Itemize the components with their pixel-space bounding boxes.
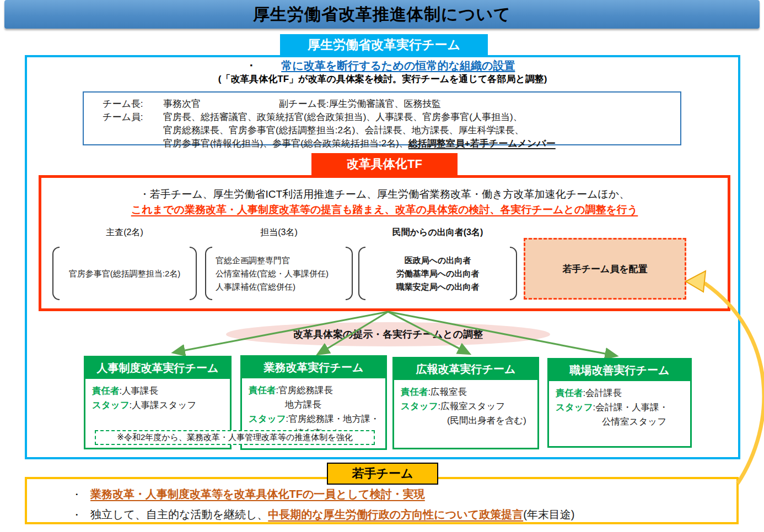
team-row: スタッフ:広報室スタッフ — [401, 399, 532, 413]
team-row: 責任者:官房総務課長 — [249, 383, 380, 397]
subheadline-text: (「改革具体化TF」が改革の具体案を検討。実行チームを通じて各部局と調整) — [25, 73, 740, 85]
group-title-chief: 主査(2名) — [52, 227, 197, 238]
group-staff-content: 官総企画調整専門官 公情室補佐(官総・人事課併任) 人事課補佐(官総併任) — [212, 254, 346, 294]
left-bracket-icon — [205, 247, 212, 300]
point2-post: (年末目途) — [523, 508, 574, 520]
team-row: 責任者:会計課長 — [556, 386, 685, 400]
group-staff-line: 官総企画調整専門官 — [216, 256, 290, 265]
point2-emphasis: 中長期的な厚生労働行政の方向性について政策提言 — [268, 508, 523, 520]
left-bracket-icon — [358, 247, 365, 300]
group-chief-line: 官房参事官(総括調整担当:2名) — [69, 269, 181, 278]
role-label: 責任者 — [249, 385, 276, 395]
headline-text: 常に改革を断行するための恒常的な組織の設置 — [281, 59, 515, 72]
role-value: :広報室長 — [428, 387, 467, 397]
tf-description-line2: これまでの業務改革・人事制度改革等の提言も踏まえ、改革の具体策の検討、各実行チー… — [39, 203, 730, 217]
right-bracket-icon — [346, 247, 353, 300]
team-members-label: チーム員: — [103, 111, 163, 150]
role-value: :広報室スタッフ — [438, 401, 505, 411]
group-private-line: 職業安定局への出向者 — [396, 282, 480, 291]
role-label: スタッフ — [249, 414, 286, 424]
team-members-row: チーム員: 官房長、総括審議官、政策統括官(総合政策担当)、人事課長、官房参事官… — [103, 111, 680, 150]
group-private-line: 医政局への出向者 — [405, 256, 471, 265]
group-chief-content: 官房参事官(総括調整担当:2名) — [60, 267, 190, 280]
page-title: 厚生労働省改革推進体制について — [253, 3, 511, 26]
group-staff-line: 公情室補佐(官総・人事課併任) — [216, 269, 329, 278]
young-member-placement-box: 若手チーム員を配置 — [524, 238, 686, 300]
team-body: 責任者:会計課長 スタッフ:会計課・人事課・ 公情室スタッフ — [549, 381, 690, 428]
team-box-pr: 広報改革実行チーム 責任者:広報室長 スタッフ:広報室スタッフ (民間出身者を含… — [392, 357, 539, 449]
young-team-label: 若手チーム — [327, 463, 438, 485]
team-box-workplace: 職場改善実行チーム 責任者:会計課長 スタッフ:会計課・人事課・ 公情室スタッフ — [547, 358, 692, 448]
point1-text: 業務改革・人事制度改革等を改革具体化TFの一員として検討・実現 — [90, 488, 425, 500]
team-header: 広報改革実行チーム — [394, 358, 538, 380]
role-value: :会計課・人事課・ — [593, 402, 669, 412]
deputy-leader-text: 副チーム長:厚生労働審議官、医務技監 — [279, 97, 442, 111]
right-bracket-icon — [510, 247, 517, 300]
members-line-3-emphasis: 総括調整室員+若手チームメンバー — [408, 138, 556, 149]
team-members-box: チーム長:事務次官副チーム長:厚生労働審議官、医務技監 チーム員: 官房長、総括… — [83, 91, 681, 145]
title-banner: 厚生労働省改革推進体制について — [4, 0, 760, 29]
group-title-staff: 担当(3名) — [205, 227, 353, 238]
team-row: 責任者:人事課長 — [92, 383, 224, 398]
right-bracket-icon — [190, 247, 197, 300]
headline-row: ▪常に改革を断行するための恒常的な組織の設置 — [25, 58, 740, 73]
role-label: 責任者 — [92, 386, 120, 395]
team-leader-label: チーム長: — [103, 97, 163, 111]
young-team-point-1: ・業務改革・人事制度改革等を改革具体化TFの一員として検討・実現 — [72, 487, 425, 502]
team-leader-value: 事務次官 — [163, 97, 279, 111]
team-row: スタッフ:人事課スタッフ — [92, 398, 224, 412]
point2-pre: 独立して、自主的な活動を継続し、 — [90, 508, 268, 520]
group-private: 医政局への出向者 労働基準局への出向者 職業安定局への出向者 — [358, 247, 517, 300]
team-row: 責任者:広報室長 — [401, 384, 532, 399]
team-header: 人事制度改革実行チーム — [85, 357, 230, 379]
team-body: 責任者:広報室長 スタッフ:広報室スタッフ (民間出身者を含む) — [394, 379, 537, 427]
role-value: :官房総務課長 — [276, 385, 333, 395]
bullet-icon: ・ — [72, 508, 90, 522]
slide-canvas: 厚生労働省改革推進体制について 厚生労働省改革実行チーム ▪常に改革を断行するた… — [0, 0, 764, 532]
role-value: :人事課長 — [120, 386, 159, 395]
reinforcement-note: ※令和2年度から、業務改革・人事管理改革等の推進体制を強化 — [95, 430, 375, 445]
young-team-point-2: ・独立して、自主的な活動を継続し、中長期的な厚生労働行政の方向性について政策提言… — [72, 507, 574, 522]
group-staff: 官総企画調整専門官 公情室補佐(官総・人事課併任) 人事課補佐(官総併任) — [205, 247, 353, 300]
tf-label: 改革具体化TF — [311, 153, 458, 175]
left-bracket-icon — [52, 247, 60, 300]
role-label: 責任者 — [556, 388, 583, 398]
team-row: 地方課長 — [285, 397, 380, 411]
role-value: 地方課長 — [285, 399, 321, 409]
group-staff-line: 人事課補佐(官総併任) — [216, 282, 295, 291]
team-header: 業務改革実行チーム — [241, 356, 386, 378]
group-title-private: 民間からの出向者(3名) — [358, 227, 517, 238]
members-line-2: 官房総務課長、官房参事官(総括調整担当:2名)、会計課長、地方課長、厚生科学課長… — [163, 125, 524, 135]
role-label: スタッフ — [556, 402, 593, 412]
role-value: :官房総務課・地方課・ — [286, 414, 380, 424]
role-value: :会計課長 — [583, 388, 622, 398]
team-body: 責任者:人事課長 スタッフ:人事課スタッフ — [85, 378, 230, 412]
team-members-lines: 官房長、総括審議官、政策統括官(総合政策担当)、人事課長、官房参事官(人事担当)… — [163, 111, 556, 150]
team-header: 職場改善実行チーム — [548, 359, 691, 381]
members-line-3: 官房参事官(情報化担当)、参事官(総合政策統括担当:2名)、 — [163, 138, 408, 149]
team-row: スタッフ:官房総務課・地方課・ — [249, 411, 380, 426]
bullet-icon: ・ — [72, 488, 90, 501]
team-row: 公情室スタッフ — [602, 414, 685, 428]
group-private-content: 医政局への出向者 労働基準局への出向者 職業安定局への出向者 — [365, 254, 510, 294]
team-row: (民間出身者を含む) — [447, 413, 532, 427]
square-bullet-icon: ▪ — [250, 61, 253, 69]
execution-team-label: 厚生労働省改革実行チーム — [280, 34, 488, 55]
tf-description-line1: ・若手チーム、厚生労働省ICT利活用推進チーム、厚生労働省業務改革・働き方改革加… — [39, 187, 730, 202]
group-chief: 官房参事官(総括調整担当:2名) — [52, 247, 197, 300]
members-line-1: 官房長、総括審議官、政策統括官(総合政策担当)、人事課長、官房参事官(人事担当)… — [163, 112, 523, 122]
role-label: 責任者 — [401, 387, 428, 397]
team-leader-row: チーム長:事務次官副チーム長:厚生労働審議官、医務技監 — [103, 97, 680, 111]
role-label: スタッフ — [92, 400, 130, 410]
role-value: :人事課スタッフ — [130, 400, 197, 410]
role-label: スタッフ — [401, 401, 438, 411]
coordination-ellipse: 改革具体案の提示・各実行チームとの調整 — [226, 322, 550, 346]
team-row: スタッフ:会計課・人事課・ — [556, 400, 685, 414]
role-value: 公情室スタッフ — [602, 416, 666, 426]
group-private-line: 労働基準局への出向者 — [396, 269, 480, 278]
role-value: (民間出身者を含む) — [447, 415, 526, 425]
